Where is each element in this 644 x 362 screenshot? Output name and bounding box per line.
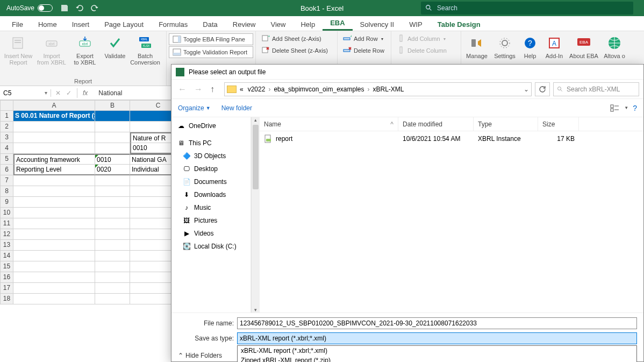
manage-button[interactable]: Manage <box>463 32 490 59</box>
cell[interactable] <box>95 132 130 143</box>
help-button[interactable]: ? Help <box>519 32 541 59</box>
search-input[interactable] <box>437 4 629 12</box>
chevron-down-icon[interactable]: ⌄ <box>524 86 529 93</box>
cell[interactable] <box>13 132 95 143</box>
chevron-down-icon[interactable]: ▼ <box>624 105 628 110</box>
back-icon[interactable]: ← <box>176 84 189 94</box>
tab-help[interactable]: Help <box>293 18 323 31</box>
altova-button[interactable]: Altova o <box>601 32 628 59</box>
delete-row[interactable]: Delete Row <box>340 45 389 56</box>
tree-desktop[interactable]: 🖵Desktop <box>171 162 251 175</box>
scroll-down-icon[interactable]: ▾ <box>252 307 260 313</box>
settings-button[interactable]: Settings <box>491 32 518 59</box>
autosave-toggle[interactable]: AutoSave <box>6 4 53 12</box>
refresh-button[interactable] <box>535 82 550 96</box>
tab-table-design[interactable]: Table Design <box>430 18 488 31</box>
delete-sheet-z-axis[interactable]: Delete Sheet (z-Axis) <box>258 45 335 56</box>
row-header[interactable]: 11 <box>0 218 13 229</box>
col-name[interactable]: Name ^ <box>260 117 398 131</box>
tab-file[interactable]: File <box>4 18 31 31</box>
row-header[interactable]: 9 <box>0 197 13 208</box>
cell[interactable]: Reporting Level <box>13 165 95 175</box>
tab-home[interactable]: Home <box>31 18 65 31</box>
tab-data[interactable]: Data <box>195 18 225 31</box>
breadcrumb[interactable]: « v2022 › eba_sbpimvcon_oim_examples › x… <box>224 82 532 96</box>
cell[interactable] <box>13 143 95 154</box>
row-header[interactable]: 6 <box>0 165 13 175</box>
formula-value[interactable]: National <box>98 89 122 97</box>
cell[interactable]: 0010 <box>95 154 130 165</box>
scroll-up-icon[interactable]: ▴ <box>252 117 260 123</box>
toggle-off-icon[interactable] <box>38 4 53 12</box>
row-header[interactable]: 5 <box>0 154 13 165</box>
row-header[interactable]: 4 <box>0 143 13 154</box>
cell[interactable]: Accounting framework <box>13 154 95 165</box>
undo-icon[interactable] <box>75 4 84 12</box>
row-header[interactable]: 7 <box>0 175 13 186</box>
filetype-option[interactable]: Zipped xBRL-XML report (*.zip) <box>238 356 636 362</box>
col-date[interactable]: Date modified <box>398 117 474 131</box>
row-header[interactable]: 15 <box>0 261 13 272</box>
select-all-corner[interactable] <box>0 100 13 111</box>
filetype-option[interactable]: xBRL-XML report (*.xbrl;*.xml) <box>238 346 636 356</box>
file-row[interactable]: report 10/6/2021 10:54 AM XBRL Instance … <box>260 131 643 146</box>
tree-onedrive[interactable]: ☁OneDrive <box>171 119 251 132</box>
cell[interactable]: 0020 <box>95 165 130 175</box>
save-icon[interactable] <box>60 4 69 12</box>
row-header[interactable]: 18 <box>0 294 13 304</box>
cell[interactable] <box>13 122 95 132</box>
organize-button[interactable]: Organize ▼ <box>178 104 211 112</box>
tab-page-layout[interactable]: Page Layout <box>97 18 151 31</box>
row-header[interactable]: 1 <box>0 111 13 122</box>
col-size[interactable]: Size <box>538 117 579 131</box>
add-row[interactable]: + Add Row ▾ <box>340 33 389 44</box>
redo-icon[interactable] <box>90 4 99 12</box>
row-header[interactable]: 3 <box>0 132 13 143</box>
row-header[interactable]: 2 <box>0 122 13 132</box>
up-icon[interactable]: ↑ <box>208 84 217 94</box>
row-header[interactable]: 17 <box>0 283 13 294</box>
add-sheet-z-axis[interactable]: + Add Sheet (z-Axis) <box>258 33 335 44</box>
help-icon[interactable]: ? <box>633 104 637 112</box>
tree-documents[interactable]: 📄Documents <box>171 175 251 188</box>
tab-view[interactable]: View <box>263 18 293 31</box>
addin-button[interactable]: A Add-In <box>542 32 567 59</box>
scroll-thumb[interactable] <box>253 125 259 189</box>
validate-button[interactable]: Validate <box>102 32 128 66</box>
dropdown-icon[interactable]: ▾ <box>45 90 47 96</box>
cell[interactable] <box>95 122 130 132</box>
tree-pictures[interactable]: 🖼Pictures <box>171 214 251 227</box>
filename-input[interactable] <box>237 317 637 329</box>
name-box[interactable]: C5 ▾ <box>0 89 51 97</box>
row-header[interactable]: 14 <box>0 251 13 261</box>
cell[interactable] <box>95 143 130 154</box>
tree-thispc[interactable]: 🖥This PC <box>171 137 251 150</box>
cell[interactable]: S 00.01 Nature of Report (SBP) <box>13 111 95 122</box>
row-header[interactable]: 16 <box>0 272 13 283</box>
col-header-B[interactable]: B <box>95 100 130 111</box>
tree-videos[interactable]: ▶Videos <box>171 227 251 240</box>
toggle-eba-filing-pane[interactable]: Toggle EBA Filing Pane <box>169 33 253 45</box>
view-options-icon[interactable] <box>610 104 620 112</box>
row-header[interactable]: 13 <box>0 240 13 251</box>
about-eba-button[interactable]: EBA About EBA <box>568 32 600 59</box>
row-header[interactable]: 10 <box>0 208 13 218</box>
tab-insert[interactable]: Insert <box>65 18 97 31</box>
tab-eba[interactable]: EBA <box>323 17 352 31</box>
tell-me-search[interactable] <box>421 2 633 15</box>
new-folder-button[interactable]: New folder <box>221 104 252 112</box>
dialog-search[interactable]: Search xBRL-XML <box>553 82 639 96</box>
tree-scrollbar[interactable]: ▴ ▾ <box>251 117 260 313</box>
row-header[interactable]: 8 <box>0 186 13 197</box>
toggle-validation-report[interactable]: Toggle Validation Report <box>169 46 253 58</box>
tree-downloads[interactable]: ⬇Downloads <box>171 188 251 201</box>
export-to-xbrl-button[interactable]: xbrl Export to XBRL <box>69 32 101 66</box>
tab-review[interactable]: Review <box>225 18 263 31</box>
tab-formulas[interactable]: Formulas <box>151 18 195 31</box>
cell[interactable] <box>95 111 130 122</box>
tree-3d-objects[interactable]: 🔷3D Objects <box>171 150 251 162</box>
tab-solvency[interactable]: Solvency II <box>353 18 402 31</box>
tree-localdisk[interactable]: 💽Local Disk (C:) <box>171 240 251 253</box>
tree-music[interactable]: ♪Music <box>171 201 251 214</box>
cancel-icon[interactable]: ✕ <box>55 89 61 97</box>
